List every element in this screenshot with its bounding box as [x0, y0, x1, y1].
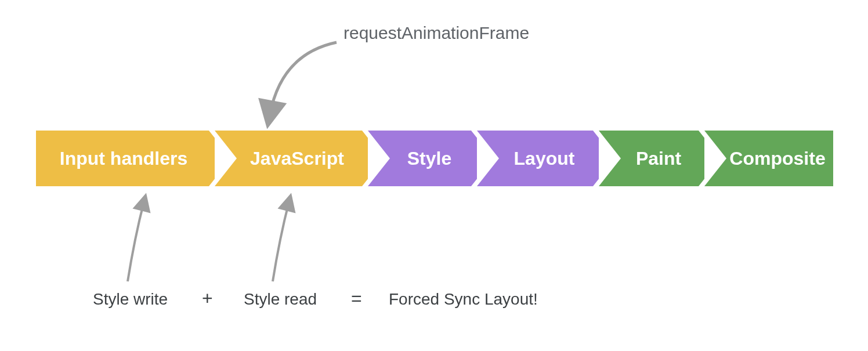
raf-arrow	[261, 39, 342, 121]
stage-label: JavaScript	[250, 148, 344, 169]
stage-input-handlers: Input handlers	[36, 131, 209, 186]
stage-layout: Layout	[477, 131, 593, 186]
stage-label: Composite	[729, 148, 825, 169]
style-read-label: Style read	[244, 290, 317, 309]
stage-label: Style	[407, 148, 451, 169]
style-write-arrow	[122, 197, 162, 284]
stage-label: Paint	[636, 148, 681, 169]
raf-label: requestAnimationFrame	[343, 23, 529, 43]
stage-label: Layout	[514, 148, 575, 169]
stage-javascript: JavaScript	[215, 131, 362, 186]
plus-operator: +	[202, 288, 213, 309]
stage-style: Style	[368, 131, 471, 186]
stage-paint: Paint	[599, 131, 699, 186]
style-write-label: Style write	[93, 290, 168, 309]
stage-composite: Composite	[704, 131, 833, 186]
stage-label: Input handlers	[60, 148, 187, 169]
equals-operator: =	[351, 288, 362, 309]
forced-sync-layout-label: Forced Sync Layout!	[389, 290, 538, 309]
style-read-arrow	[267, 197, 308, 284]
